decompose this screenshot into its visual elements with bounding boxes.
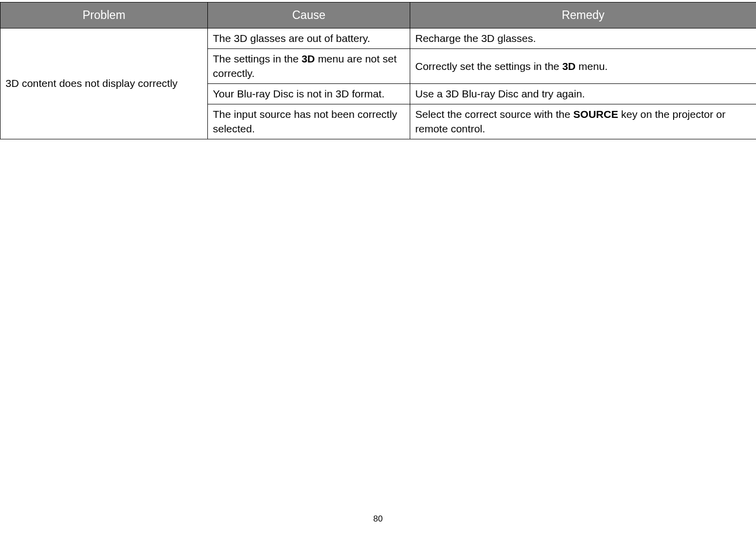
page-number: 80: [0, 514, 756, 524]
cause-cell: The settings in the 3D menu are not set …: [208, 49, 410, 84]
table-row: 3D content does not display correctly Th…: [0, 28, 756, 49]
troubleshooting-table: Problem Cause Remedy 3D content does not…: [0, 2, 756, 139]
header-remedy: Remedy: [410, 2, 756, 28]
troubleshooting-table-container: Problem Cause Remedy 3D content does not…: [0, 0, 756, 139]
remedy-cell: Correctly set the settings in the 3D men…: [410, 49, 756, 84]
table-header-row: Problem Cause Remedy: [0, 2, 756, 28]
remedy-cell: Recharge the 3D glasses.: [410, 28, 756, 49]
cause-cell: Your Blu-ray Disc is not in 3D format.: [208, 84, 410, 104]
cause-cell: The 3D glasses are out of battery.: [208, 28, 410, 49]
problem-cell: 3D content does not display correctly: [0, 28, 208, 139]
remedy-cell: Use a 3D Blu-ray Disc and try again.: [410, 84, 756, 104]
header-problem: Problem: [0, 2, 208, 28]
cause-cell: The input source has not been correctly …: [208, 104, 410, 139]
remedy-cell: Select the correct source with the SOURC…: [410, 104, 756, 139]
header-cause: Cause: [208, 2, 410, 28]
